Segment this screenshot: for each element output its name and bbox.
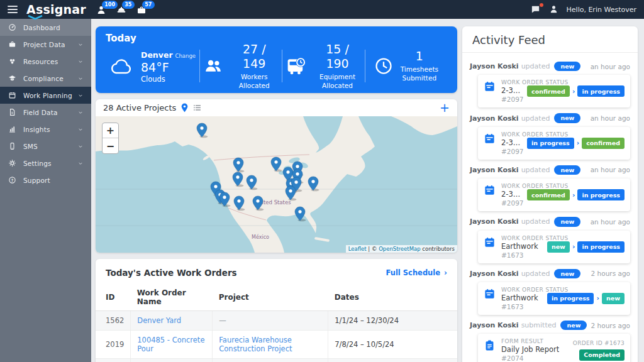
user-icon[interactable] (549, 4, 559, 14)
new-pill: new (554, 217, 580, 226)
sidebar-item-support[interactable]: ?Support (0, 172, 91, 189)
sidebar-item-label: Support (23, 177, 50, 184)
chevron-down-icon (78, 127, 83, 132)
sidebar-item-label: SMS (23, 143, 38, 150)
osm-link[interactable]: OpenStreetMap (379, 246, 420, 252)
wo-dates-cell: 7/8/24 – 10/5/24 (328, 331, 457, 359)
field-data-icon (8, 108, 16, 116)
feed-card-body: FORM RESULTDaily Job Report#2074 (501, 338, 559, 362)
feed-card[interactable]: WORK ORDER STATUS2-3 Person Team - JScap… (478, 75, 630, 107)
today-summary-card: Today DenverChange 84°F Clouds 27 / 149 … (96, 26, 457, 93)
feed-timestamp: an hour ago (591, 114, 630, 122)
status-badge-to: in progress (577, 189, 625, 200)
status-badge-to: confirmed (582, 138, 625, 149)
topbar-counter[interactable]: 57 (136, 5, 148, 16)
feed-card-name: Daily Job Report (501, 345, 559, 354)
equipment-label: EquipmentAllocated (314, 72, 360, 90)
user-greeting[interactable]: Hello, Erin Westover (567, 6, 636, 14)
zoom-in-button[interactable]: + (103, 123, 118, 138)
resources-icon (8, 57, 16, 65)
hamburger-menu-icon[interactable] (8, 6, 18, 13)
sidebar-item-insights[interactable]: Insights (0, 121, 91, 138)
sidebar-item-field-data[interactable]: Field Data (0, 104, 91, 121)
sidebar-item-project-data[interactable]: Project Data (0, 36, 91, 53)
feed-action: submitted (521, 321, 557, 329)
compliance-icon (8, 74, 16, 82)
activity-feed-list: Jayson Koskiupdatednewan hour agoWORK OR… (462, 53, 638, 362)
status-transition: confirmed›in progress (527, 189, 625, 200)
feed-card[interactable]: FORM RESULTDaily Job Report#2074ORDER ID… (478, 334, 630, 362)
chevron-down-icon (78, 42, 83, 47)
chevron-down-icon (78, 161, 83, 166)
work-order-link[interactable]: 100485 - Concrete Pour (137, 336, 204, 353)
sidebar-item-compliance[interactable]: Compliance (0, 70, 91, 87)
list-view-toggle-icon[interactable] (193, 104, 201, 111)
chevron-right-icon: › (596, 294, 599, 302)
status-badge-from: in progress (527, 138, 574, 149)
sidebar-item-label: Work Planning (23, 92, 72, 99)
new-pill: new (554, 269, 580, 278)
topbar-counter[interactable]: 100 (96, 5, 108, 16)
feed-card[interactable]: WORK ORDER STATUSEarthwork#1673in progre… (478, 282, 630, 315)
chevron-right-icon: › (572, 191, 575, 199)
svg-text:?: ? (11, 178, 14, 182)
workers-value: 27 / 149 (230, 42, 278, 71)
feed-card[interactable]: WORK ORDER STATUS2-3 Person Team - JScap… (478, 178, 630, 211)
feed-card-ref: #1673 (501, 251, 541, 259)
sidebar-item-settings[interactable]: Settings (0, 155, 91, 172)
feed-card[interactable]: WORK ORDER STATUSEarthwork#1673new›in pr… (478, 231, 630, 263)
wo-project-cell: — (213, 311, 328, 331)
topbar-counters: 1003557 (96, 5, 148, 16)
map-view-toggle-icon[interactable] (180, 103, 189, 112)
weather-widget: DenverChange 84°F Clouds (106, 48, 199, 84)
full-schedule-link[interactable]: Full Schedule › (386, 268, 447, 277)
chevron-right-icon: › (572, 243, 575, 251)
feed-timestamp: 2 hours ago (591, 270, 630, 277)
projects-map[interactable]: United States México + − Leaflet | © Ope… (96, 116, 457, 253)
equipment-value: 15 / 190 (314, 42, 360, 71)
feed-timestamp: 2 hours ago (591, 322, 630, 329)
sms-icon (8, 142, 16, 150)
top-bar: Assignar 1003557 Hello, Erin Westover (0, 0, 644, 19)
support-icon: ? (8, 176, 16, 184)
sidebar-item-work-planning[interactable]: Work Planning (0, 87, 91, 104)
sidebar-item-sms[interactable]: SMS (0, 138, 91, 155)
wo-id: 2032 (96, 359, 131, 362)
weather-change-link[interactable]: Change (175, 53, 196, 59)
counter-badge: 100 (102, 1, 118, 9)
new-pill: new (560, 321, 587, 330)
status-badge-from: in progress (547, 293, 594, 304)
counter-badge: 57 (142, 1, 155, 9)
feed-card-body: WORK ORDER STATUSEarthwork#1673 (501, 287, 541, 310)
add-project-button[interactable]: + (440, 102, 450, 114)
feed-entry-header: Jayson Koskiupdatednewan hour ago (470, 217, 630, 226)
attribution-suffix: contributors (421, 246, 455, 252)
active-projects-title: 28 Active Projects (103, 103, 176, 112)
feed-card-ref: #2074 (501, 354, 559, 362)
sidebar-item-dashboard[interactable]: Dashboard (0, 19, 91, 36)
zoom-out-button[interactable]: − (103, 138, 118, 153)
work-order-link[interactable]: Denver Yard (137, 316, 181, 325)
messages-icon[interactable] (530, 4, 541, 14)
timesheets-stat: 1 TimesheetsSubmitted (365, 49, 447, 82)
leaflet-link[interactable]: Leaflet (348, 246, 367, 252)
topbar-counter[interactable]: 35 (116, 5, 128, 16)
logo-chevron-icon (28, 15, 43, 20)
sidebar-item-label: Project Data (23, 41, 65, 48)
table-row[interactable]: 1562Denver Yard—1/1/24 – 12/30/24 (96, 311, 457, 331)
feed-entry: Jayson Koskiupdatednewan hour agoWORK OR… (470, 217, 630, 263)
project-link[interactable]: Faurecia Warehouse Construction Project (219, 336, 292, 353)
app-logo[interactable]: Assignar (26, 4, 86, 16)
sidebar-item-resources[interactable]: Resources (0, 53, 91, 70)
table-row[interactable]: 2032Concrete PourWashington Park7/8/24 –… (96, 359, 457, 362)
feed-entry-header: Jayson Koskisubmittednew2 hours ago (470, 321, 630, 330)
feed-card[interactable]: WORK ORDER STATUS2-3 Person Team - JScap… (478, 127, 630, 160)
feed-card-name: 2-3 Person Team - JScap... (501, 190, 521, 199)
new-pill: new (554, 165, 580, 175)
workers-icon (204, 58, 223, 74)
today-stats-row: DenverChange 84°F Clouds 27 / 149 Worker… (106, 47, 447, 85)
feed-card-kind: FORM RESULT (501, 338, 559, 344)
table-row[interactable]: 2019100485 - Concrete PourFaurecia Wareh… (96, 331, 457, 359)
sidebar-item-label: Compliance (23, 75, 64, 82)
order-id-label: ORDER ID #1673 (573, 340, 625, 346)
